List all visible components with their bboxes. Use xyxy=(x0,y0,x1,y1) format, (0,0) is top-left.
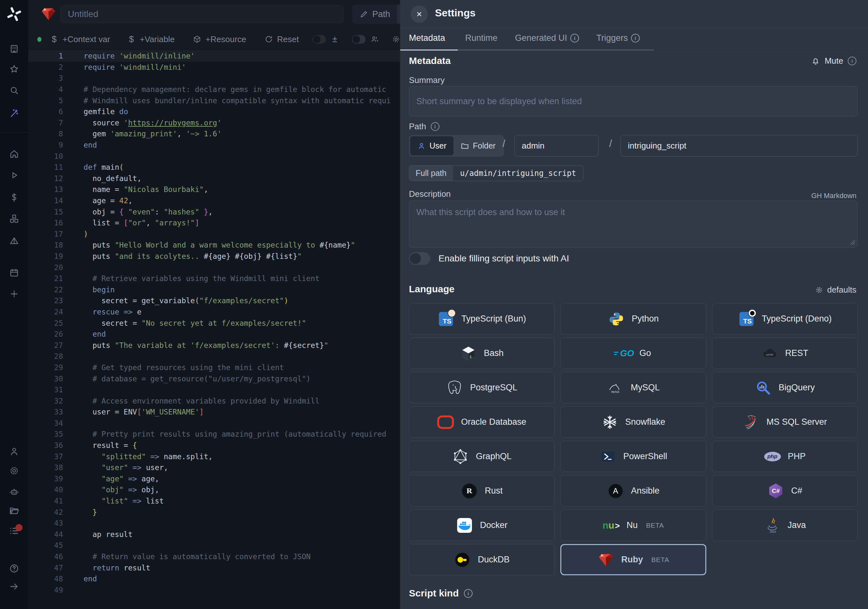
code-line[interactable]: 38 "user" => user, xyxy=(28,462,400,473)
code-line[interactable]: 9end xyxy=(28,139,400,151)
home-icon[interactable] xyxy=(9,149,19,159)
code-line[interactable]: 24 rescue => e xyxy=(28,307,400,318)
code-line[interactable]: 45 xyxy=(28,540,400,551)
code-line[interactable]: 19 puts "and its acolytes.. #{age} #{obj… xyxy=(28,251,400,262)
code-line[interactable]: 31 xyxy=(28,384,400,395)
code-line[interactable]: 33 user = ENV['WM_USERNAME'] xyxy=(28,406,400,418)
robot-icon[interactable] xyxy=(9,487,19,497)
language-card-oracle-database[interactable]: Oracle Database xyxy=(409,406,555,438)
code-line[interactable]: 44 ap result xyxy=(28,529,400,540)
building-icon[interactable] xyxy=(9,44,19,54)
language-card-duckdb[interactable]: DuckDB xyxy=(409,544,555,575)
tab-triggers[interactable]: Triggersi xyxy=(596,33,640,43)
language-card-c-[interactable]: C#C# xyxy=(712,475,858,507)
code-line[interactable]: 3 xyxy=(28,73,400,84)
collab-toggle[interactable] xyxy=(352,35,366,44)
language-card-nu[interactable]: nu>NuBETA xyxy=(560,510,706,541)
resize-handle-icon[interactable] xyxy=(849,239,856,245)
language-card-python[interactable]: Python xyxy=(560,303,706,335)
dollar-icon[interactable] xyxy=(9,192,19,203)
language-card-bigquery[interactable]: BigQuery xyxy=(712,372,858,403)
code-line[interactable]: 21 # Retrieve variables using the Windmi… xyxy=(28,273,400,284)
code-line[interactable]: 20 xyxy=(28,262,400,273)
search-icon[interactable] xyxy=(9,85,19,96)
language-card-graphql[interactable]: GraphQL xyxy=(409,441,555,472)
add-resource-button[interactable]: +Resource xyxy=(192,34,246,44)
info-icon[interactable]: i xyxy=(431,122,439,131)
info-icon[interactable]: i xyxy=(464,589,473,598)
code-line[interactable]: 11def main( xyxy=(28,162,400,173)
code-line[interactable]: 2require 'windmill/mini' xyxy=(28,62,400,73)
language-card-ruby[interactable]: RubyBETA xyxy=(560,544,706,575)
code-line[interactable]: 35 # Pretty print results using amazing_… xyxy=(28,429,400,440)
gear-icon[interactable] xyxy=(9,466,19,476)
language-card-java[interactable]: JavaJava xyxy=(712,510,858,541)
code-line[interactable]: 41 "list" => list xyxy=(28,496,400,507)
code-line[interactable]: 48end xyxy=(28,573,400,584)
tab-runtime[interactable]: Runtime xyxy=(465,33,498,43)
editor-settings-gear-icon[interactable] xyxy=(392,35,400,44)
code-line[interactable]: 32 # Access environment variables provid… xyxy=(28,395,400,406)
code-line[interactable]: 26 end xyxy=(28,329,400,340)
close-icon[interactable]: × xyxy=(411,5,428,23)
code-line[interactable]: 43 xyxy=(28,518,400,529)
user-icon[interactable] xyxy=(9,446,19,457)
help-icon[interactable] xyxy=(9,563,19,573)
path-owner-input[interactable]: admin xyxy=(515,135,598,157)
plus-icon[interactable] xyxy=(9,289,19,299)
play-icon[interactable] xyxy=(9,170,19,180)
owner-folder-option[interactable]: Folder xyxy=(454,136,503,155)
code-line[interactable]: 47 return result xyxy=(28,562,400,573)
code-line[interactable]: 4# Dependency management: declare gems i… xyxy=(28,84,400,95)
arrow-right-icon[interactable] xyxy=(9,581,19,592)
code-line[interactable]: 40 "obj" => obj, xyxy=(28,484,400,496)
language-card-docker[interactable]: Docker xyxy=(409,510,555,541)
description-textarea[interactable]: What this script does and how to use it xyxy=(409,201,858,248)
add-variable-button[interactable]: $+Variable xyxy=(127,34,175,44)
add-context-var-button[interactable]: $+Context var xyxy=(50,34,110,44)
star-icon[interactable] xyxy=(9,64,19,74)
code-line[interactable]: 7 source 'https://rubygems.org' xyxy=(28,117,400,129)
reset-button[interactable]: Reset xyxy=(264,34,299,44)
code-line[interactable]: 27 puts "The variable at 'f/examples/sec… xyxy=(28,339,400,351)
info-icon[interactable]: i xyxy=(848,57,856,65)
code-line[interactable]: 36 result = { xyxy=(28,440,400,451)
code-line[interactable]: 42 } xyxy=(28,507,400,518)
code-line[interactable]: 49 xyxy=(28,584,400,596)
code-line[interactable]: 10 xyxy=(28,150,400,162)
code-line[interactable]: 6gemfile do xyxy=(28,106,400,117)
cubes-icon[interactable] xyxy=(9,214,19,224)
ai-inputs-toggle[interactable] xyxy=(409,252,430,265)
code-line[interactable]: 16 list = ["or", "arrays!"] xyxy=(28,217,400,229)
magic-wand-icon[interactable] xyxy=(9,108,19,119)
code-line[interactable]: 39 "age" => age, xyxy=(28,473,400,485)
code-editor[interactable]: 1require 'windmill/inline'2require 'wind… xyxy=(28,51,400,609)
code-line[interactable]: 46 # Return value is automatically conve… xyxy=(28,551,400,563)
language-card-rust[interactable]: RRust xyxy=(409,475,555,507)
code-line[interactable]: 29 # Get typed resources using the mini … xyxy=(28,362,400,373)
code-line[interactable]: 28 xyxy=(28,351,400,362)
language-card-ansible[interactable]: AAnsible xyxy=(560,475,706,507)
language-card-snowflake[interactable]: Snowflake xyxy=(560,406,706,438)
code-line[interactable]: 15 obj = { "even": "hashes" }, xyxy=(28,206,400,217)
language-card-postgresql[interactable]: PostgreSQL xyxy=(409,372,555,403)
code-line[interactable]: 12 no_default, xyxy=(28,173,400,184)
summary-input[interactable]: Short summary to be displayed when liste… xyxy=(409,86,858,116)
tab-generated-ui[interactable]: Generated UIi xyxy=(515,33,579,43)
language-card-mysql[interactable]: MySQLMySQL xyxy=(560,372,706,403)
language-defaults-button[interactable]: defaults xyxy=(815,285,856,295)
code-line[interactable]: 22 begin xyxy=(28,284,400,295)
owner-user-option[interactable]: User xyxy=(410,136,454,155)
code-line[interactable]: 13 name = "Nicolas Bourbaki", xyxy=(28,184,400,195)
code-line[interactable]: 18 puts "Hello World and a warm welcome … xyxy=(28,240,400,251)
code-line[interactable]: 34 xyxy=(28,418,400,429)
code-line[interactable]: 5# Windmill uses bundler/inline compatib… xyxy=(28,95,400,106)
code-line[interactable]: 8 gem 'amazing_print', '~> 1.6' xyxy=(28,128,400,139)
code-line[interactable]: 17) xyxy=(28,229,400,240)
code-line[interactable]: 30 # database = get_resource("u/user/my_… xyxy=(28,373,400,384)
code-line[interactable]: 25 secret = "No secret yet at f/examples… xyxy=(28,318,400,329)
language-card-go[interactable]: GOGo xyxy=(560,338,706,369)
language-card-rest[interactable]: HTTPREST xyxy=(712,338,858,369)
tab-metadata[interactable]: Metadata xyxy=(409,33,445,43)
code-line[interactable]: 37 "splitted" => name.split, xyxy=(28,451,400,462)
